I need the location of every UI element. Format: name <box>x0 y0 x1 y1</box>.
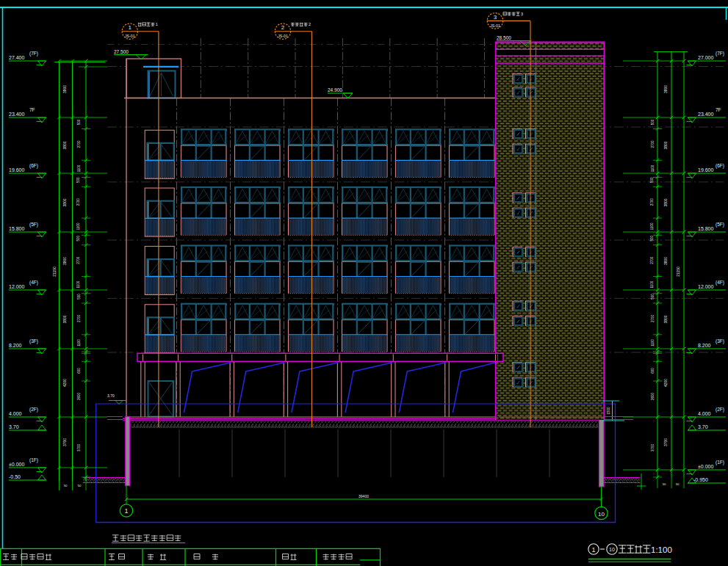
svg-text:27.400: 27.400 <box>9 55 25 60</box>
svg-text:7F: 7F <box>716 107 721 112</box>
svg-text:1: 1 <box>124 507 128 515</box>
svg-text:2700: 2700 <box>651 140 655 148</box>
svg-text:1100: 1100 <box>651 280 655 288</box>
svg-text:50: 50 <box>676 482 680 486</box>
svg-text:7F: 7F <box>29 107 35 112</box>
svg-text:1: 1 <box>591 546 595 554</box>
svg-text:21150: 21150 <box>52 266 57 277</box>
svg-text:600: 600 <box>651 368 655 374</box>
svg-text:1100: 1100 <box>77 164 81 172</box>
svg-text:(3F): (3F) <box>716 338 724 344</box>
svg-text:3: 3 <box>521 12 523 16</box>
svg-text:2700: 2700 <box>651 256 655 264</box>
svg-text:3800: 3800 <box>62 85 67 93</box>
svg-text:-0.950: -0.950 <box>693 477 708 482</box>
svg-text:4200: 4200 <box>663 379 668 387</box>
svg-text:3.70: 3.70 <box>107 393 115 398</box>
svg-text:(7F): (7F) <box>29 51 38 57</box>
svg-text:3.70: 3.70 <box>9 424 19 429</box>
svg-text:2700: 2700 <box>651 198 655 206</box>
svg-text:12.000: 12.000 <box>9 284 25 289</box>
svg-text:3.70: 3.70 <box>698 424 708 429</box>
svg-text:8.200: 8.200 <box>9 343 22 348</box>
svg-text:1: 1 <box>156 22 158 26</box>
svg-text:39400: 39400 <box>358 494 369 498</box>
svg-text:(5F): (5F) <box>716 222 724 228</box>
svg-text:-0.50: -0.50 <box>9 474 21 479</box>
svg-text:2: 2 <box>281 24 285 31</box>
svg-text:27.000: 27.000 <box>698 55 714 60</box>
svg-text:500: 500 <box>77 294 81 300</box>
svg-text:3800: 3800 <box>62 257 67 265</box>
svg-text:2600: 2600 <box>77 392 81 400</box>
svg-text:1:100: 1:100 <box>651 545 672 554</box>
svg-text:2700: 2700 <box>77 198 81 206</box>
svg-text:500: 500 <box>651 177 655 183</box>
svg-text:23.400: 23.400 <box>9 112 25 117</box>
svg-text:27.500: 27.500 <box>114 49 129 54</box>
svg-text:2700: 2700 <box>77 314 81 322</box>
svg-text:12.000: 12.000 <box>698 284 714 289</box>
svg-text:3: 3 <box>494 14 497 21</box>
svg-text:3700: 3700 <box>651 443 655 451</box>
svg-text:JS-01: JS-01 <box>125 34 135 38</box>
svg-text:1100: 1100 <box>651 164 655 172</box>
svg-text:3800: 3800 <box>62 198 67 206</box>
svg-text:4200: 4200 <box>62 379 67 387</box>
svg-text:1500: 1500 <box>607 407 610 415</box>
svg-text:1100: 1100 <box>651 339 655 347</box>
svg-text:(4F): (4F) <box>29 280 38 286</box>
svg-text:24.900: 24.900 <box>328 87 342 92</box>
svg-text:3700: 3700 <box>663 438 668 446</box>
svg-text:3800: 3800 <box>663 198 668 206</box>
svg-text:23.400: 23.400 <box>698 112 714 117</box>
svg-text:±0.000: ±0.000 <box>9 462 24 467</box>
svg-text:500: 500 <box>651 235 655 241</box>
svg-text:4.000: 4.000 <box>9 411 22 416</box>
svg-text:(7F): (7F) <box>716 51 724 57</box>
svg-text:3800: 3800 <box>663 141 668 149</box>
svg-text:500: 500 <box>77 235 81 241</box>
svg-text:1: 1 <box>129 24 132 31</box>
svg-text:500: 500 <box>77 177 81 183</box>
svg-text:15.800: 15.800 <box>698 226 714 231</box>
svg-text:2600: 2600 <box>651 392 655 400</box>
svg-text:(1F): (1F) <box>29 457 38 463</box>
svg-text:±0.000: ±0.000 <box>698 464 713 469</box>
svg-text:50: 50 <box>78 484 82 487</box>
svg-text:500: 500 <box>77 119 81 125</box>
svg-text:2700: 2700 <box>77 256 81 264</box>
svg-text:3800: 3800 <box>663 85 668 93</box>
svg-text:10: 10 <box>609 547 615 552</box>
svg-text:1100: 1100 <box>77 280 81 288</box>
svg-text:21150: 21150 <box>676 266 680 277</box>
svg-text:(3F): (3F) <box>29 338 38 344</box>
svg-text:2700: 2700 <box>77 140 81 148</box>
svg-text:(6F): (6F) <box>716 163 724 169</box>
svg-text:3700: 3700 <box>77 443 81 451</box>
svg-text:2: 2 <box>309 22 311 26</box>
svg-text:1100: 1100 <box>77 222 81 230</box>
svg-text:3800: 3800 <box>62 141 67 149</box>
svg-text:19.600: 19.600 <box>698 167 714 173</box>
svg-text:50: 50 <box>663 482 666 486</box>
svg-text:10: 10 <box>598 511 605 518</box>
svg-text:JS-01: JS-01 <box>490 23 500 28</box>
svg-text:50: 50 <box>64 484 68 487</box>
svg-text:15.800: 15.800 <box>9 226 25 231</box>
svg-text:(2F): (2F) <box>29 407 38 413</box>
svg-text:3800: 3800 <box>663 315 668 323</box>
svg-text:1100: 1100 <box>77 339 81 347</box>
svg-text:(5F): (5F) <box>29 222 38 228</box>
svg-text:(6F): (6F) <box>29 163 38 169</box>
svg-text:3800: 3800 <box>663 257 668 265</box>
svg-text:500: 500 <box>651 294 655 300</box>
svg-text:JS-01: JS-01 <box>278 34 288 38</box>
svg-text:28.500: 28.500 <box>497 35 511 40</box>
svg-text:8.200: 8.200 <box>698 343 711 348</box>
svg-text:(1F): (1F) <box>716 460 724 465</box>
svg-text:2700: 2700 <box>651 314 655 322</box>
svg-text:(4F): (4F) <box>716 280 724 286</box>
svg-text:1100: 1100 <box>651 222 655 230</box>
svg-text:3700: 3700 <box>62 438 67 446</box>
